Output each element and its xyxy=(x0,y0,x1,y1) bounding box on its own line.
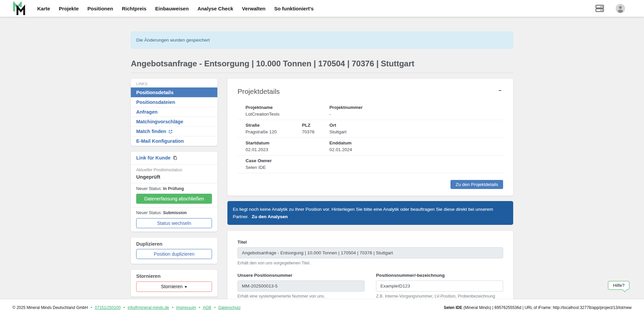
footer-separator: • xyxy=(199,305,200,310)
cancel-dropdown-button[interactable]: Stornieren xyxy=(136,281,212,292)
user-avatar-icon[interactable] xyxy=(615,4,625,13)
sidebar-item-anfragen[interactable]: Anfragen xyxy=(131,107,217,117)
new-status-value: Submission xyxy=(163,210,187,215)
footer-separator: • xyxy=(214,305,215,310)
sidebar-item-positionsdateien[interactable]: Positionsdateien xyxy=(131,97,217,107)
field-label: Projektnummer xyxy=(329,105,503,110)
field-value: 70376 xyxy=(302,129,329,135)
field-value: - xyxy=(329,112,503,117)
navbar-actions xyxy=(595,4,625,13)
customer-link-label: Link für Kunde xyxy=(136,155,170,161)
duplicate-card: Duplizieren Position duplizieren xyxy=(131,238,217,264)
field-value: 02.01.2024 xyxy=(329,147,503,152)
nav-item-karte[interactable]: Karte xyxy=(37,6,50,11)
footer-separator: • xyxy=(123,305,125,310)
new-status-label: Neuer Status: xyxy=(136,210,163,215)
footer-impressum-link[interactable]: Impressum xyxy=(176,305,196,310)
footer-left: © 2025 Mineral Minds Deutschland GmbH • … xyxy=(12,305,240,310)
position-form-card: Titel Erhält den von uns vorgegebenen Ti… xyxy=(227,231,513,299)
customer-link-section: Link für Kunde xyxy=(131,152,217,165)
current-status-value: Ungeprüft xyxy=(136,174,212,180)
sidebar-item-positionsdetails[interactable]: Positionsdetails xyxy=(131,87,217,97)
position-number-input[interactable] xyxy=(376,280,503,292)
project-details-row: Projektname LotCreationTests Projektnumm… xyxy=(237,102,503,120)
sidebar: LINKS Positionsdetails Positionsdateien … xyxy=(131,79,217,299)
nav-item-so-funktionierts[interactable]: So funktioniert's xyxy=(274,6,314,11)
go-to-project-details-button[interactable]: Zu den Projektdetails xyxy=(450,180,503,189)
sidebar-item-label: E-Mail Konfiguration xyxy=(136,138,184,144)
new-status-line-1: Neuer Status: In Prüfung xyxy=(136,186,212,192)
title-divider xyxy=(131,73,513,73)
current-status-label: Aktueller Positionsstatus: xyxy=(136,168,212,173)
our-position-number-input xyxy=(237,280,365,292)
nav-item-einbauweisen[interactable]: Einbauweisen xyxy=(155,6,189,11)
footer-email-link[interactable]: info@mineral-minds.de xyxy=(127,305,169,310)
go-to-analyses-link[interactable]: Zu den Analysen xyxy=(252,214,288,219)
footer-separator: • xyxy=(172,305,173,310)
next-status-section-2: Neuer Status: Submission Status wechseln xyxy=(131,207,217,232)
position-number-label: Positionsnummer/-bezeichnung xyxy=(376,273,503,278)
cancel-card: Stornieren Stornieren xyxy=(131,270,217,296)
title-field-help: Erhält den von uns vorgegebenen Titel. xyxy=(237,261,503,265)
customer-link[interactable]: Link für Kunde xyxy=(136,155,177,161)
project-details-row: Startdatum 02.01.2023 Enddatum 02.01.202… xyxy=(237,138,503,155)
chevron-down-icon xyxy=(184,286,187,288)
field-label: PLZ xyxy=(302,123,329,128)
sidebar-item-label: Match finden xyxy=(136,129,166,134)
collapse-card-button[interactable]: – xyxy=(497,87,503,93)
field-value: Pragstraße 120 xyxy=(246,129,302,135)
project-details-card: Projektdetails – Projektname LotCreation… xyxy=(227,79,513,196)
cancel-dropdown-label: Stornieren xyxy=(161,284,183,289)
analytics-banner: Es liegt noch keine Analytik zu Ihrer Po… xyxy=(227,201,513,225)
nav-item-verwalten[interactable]: Verwalten xyxy=(242,6,265,11)
sidebar-item-match-finden[interactable]: Match finden xyxy=(131,126,217,136)
nav-item-richtpreis[interactable]: Richtpreis xyxy=(122,6,146,11)
position-number-group: Positionsnummer/-bezeichnung Z.B. Intern… xyxy=(376,273,503,299)
top-navbar: Karte Projekte Positionen Richtpreis Ein… xyxy=(0,0,644,17)
footer-separator: • xyxy=(91,305,92,310)
status-card: Link für Kunde Aktueller Positionsstatus… xyxy=(131,152,217,232)
project-details-fields: Projektname LotCreationTests Projektnumm… xyxy=(237,102,503,173)
footer-phone-link[interactable]: 07151/250100 xyxy=(95,305,121,310)
title-field-group: Titel Erhält den von uns vorgegebenen Ti… xyxy=(237,240,503,265)
our-position-number-help: Erhält eine systemgenerierte Nummer von … xyxy=(237,294,365,299)
sidebar-item-matchingvorschlaege[interactable]: Matchingvorschläge xyxy=(131,117,217,126)
footer-session-info: Selen IDE (Mineral Minds) | 69576255536d… xyxy=(444,305,632,310)
project-details-title: Projektdetails xyxy=(237,87,280,96)
links-card: LINKS Positionsdetails Positionsdateien … xyxy=(131,79,217,146)
our-position-number-group: Unsere Positionsnummer Erhält eine syste… xyxy=(237,273,365,299)
field-label: Projektname xyxy=(246,105,329,110)
footer-agb-link[interactable]: AGB xyxy=(203,305,211,310)
page-title: Angebotsanfrage - Entsorgung | 10.000 To… xyxy=(131,59,513,68)
footer-copyright: © 2025 Mineral Minds Deutschland GmbH xyxy=(12,305,88,310)
nav-item-analyse-check[interactable]: Analyse Check xyxy=(198,6,233,11)
switch-status-button[interactable]: Status wechseln xyxy=(136,218,212,228)
nav-item-positionen[interactable]: Positionen xyxy=(88,6,113,11)
field-value: Stuttgart xyxy=(329,129,503,135)
field-value: Selen IDE xyxy=(246,165,503,170)
duplicate-card-title: Duplizieren xyxy=(136,241,212,247)
our-position-number-label: Unsere Positionsnummer xyxy=(237,273,365,278)
field-label: Startdatum xyxy=(246,140,329,146)
main-navigation: Karte Projekte Positionen Richtpreis Ein… xyxy=(37,6,314,11)
brand-logo[interactable] xyxy=(12,2,27,15)
sidebar-item-email-konfiguration[interactable]: E-Mail Konfiguration xyxy=(131,136,217,146)
sidebar-item-label: Anfragen xyxy=(136,109,158,115)
alert-text: Die Änderungen wurden gespeichert xyxy=(136,38,210,43)
new-status-value: In Prüfung xyxy=(163,186,184,191)
nav-item-projekte[interactable]: Projekte xyxy=(59,6,78,11)
server-stack-icon[interactable] xyxy=(595,4,604,13)
field-label: Ort xyxy=(329,123,503,128)
cancel-card-title: Stornieren xyxy=(136,273,212,279)
new-status-label: Neuer Status: xyxy=(136,186,163,191)
duplicate-position-button[interactable]: Position duplizieren xyxy=(136,249,212,259)
position-number-help: Z.B. Interne-Vorgangsnummer, LV-Position… xyxy=(376,294,503,299)
complete-data-entry-button[interactable]: Datenerfassung abschließen xyxy=(136,194,212,204)
title-input xyxy=(237,247,503,258)
field-value: LotCreationTests xyxy=(246,112,329,117)
footer-datenschutz-link[interactable]: Datenschutz xyxy=(218,305,241,310)
project-details-row: Straße Pragstraße 120 PLZ 70376 Ort Stut… xyxy=(237,120,503,138)
sidebar-item-label: Matchingvorschläge xyxy=(136,119,183,124)
new-status-line-2: Neuer Status: Submission xyxy=(136,210,212,216)
help-button[interactable]: Hilfe? xyxy=(608,281,630,290)
